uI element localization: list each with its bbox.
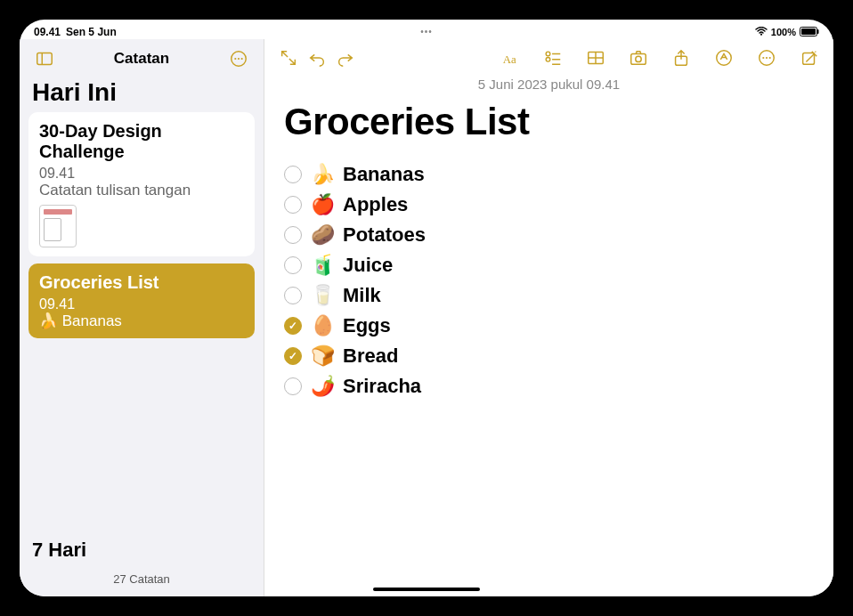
item-emoji: 🌶️ (311, 375, 334, 398)
checklist-icon[interactable] (541, 46, 565, 69)
item-text: Sriracha (343, 375, 421, 398)
compose-icon[interactable] (798, 46, 821, 69)
note-body[interactable]: Groceries List 🍌Bananas🍎Apples🥔Potatoes🧃… (264, 97, 833, 596)
section-today-title: Hari Ini (20, 77, 264, 112)
sidebar-app-title: Catatan (114, 50, 169, 68)
markup-icon[interactable] (712, 46, 735, 69)
svg-point-7 (234, 58, 236, 60)
check-circle-icon[interactable] (284, 226, 302, 244)
battery-pct: 100% (771, 27, 796, 37)
check-circle-icon[interactable] (284, 287, 302, 304)
note-thumbnail (39, 205, 77, 247)
camera-icon[interactable] (627, 46, 650, 69)
editor-toolbar: Aa (264, 39, 833, 75)
sidebar-toggle-icon[interactable] (32, 46, 57, 71)
item-text: Apples (343, 193, 408, 216)
status-time: 09.41 (34, 26, 61, 38)
check-circle-icon[interactable]: ✓ (284, 317, 302, 335)
svg-rect-2 (801, 28, 816, 35)
item-emoji: 🍞 (311, 344, 334, 368)
check-circle-icon[interactable] (284, 196, 302, 214)
item-text: Juice (343, 254, 393, 277)
section-7days-title: 7 Hari (20, 535, 264, 565)
svg-point-13 (546, 58, 550, 62)
check-list-item[interactable]: 🌶️Sriracha (284, 375, 814, 398)
svg-point-20 (636, 56, 641, 61)
check-circle-icon[interactable] (284, 377, 302, 395)
battery-icon (800, 27, 819, 38)
multitask-dots-icon[interactable]: ••• (420, 27, 433, 36)
note-card-title: 30-Day Design Challenge (39, 121, 244, 162)
item-emoji: 🍎 (311, 193, 334, 216)
svg-rect-3 (817, 29, 819, 34)
item-emoji: 🥚 (311, 314, 334, 337)
svg-point-8 (238, 58, 240, 60)
item-text: Eggs (343, 314, 391, 337)
check-list: 🍌Bananas🍎Apples🥔Potatoes🧃Juice🥛Milk✓🥚Egg… (284, 163, 814, 398)
status-date: Sen 5 Jun (66, 26, 117, 38)
note-title[interactable]: Groceries List (284, 101, 814, 143)
editor: Aa (264, 39, 833, 596)
item-emoji: 🥛 (311, 284, 334, 307)
check-circle-icon[interactable] (284, 256, 302, 274)
expand-icon[interactable] (277, 46, 300, 69)
svg-point-11 (546, 52, 550, 56)
note-card[interactable]: 30-Day Design Challenge09.41Catatan tuli… (28, 112, 255, 256)
text-format-icon[interactable]: Aa (499, 46, 522, 69)
check-list-item[interactable]: 🥛Milk (284, 284, 814, 307)
item-text: Milk (343, 284, 381, 307)
share-icon[interactable] (670, 46, 693, 69)
svg-point-0 (760, 34, 762, 36)
more-icon[interactable] (755, 46, 778, 69)
item-emoji: 🥔 (311, 223, 334, 247)
svg-point-26 (766, 57, 768, 59)
check-list-item[interactable]: 🍌Bananas (284, 163, 814, 186)
item-text: Potatoes (343, 223, 426, 247)
check-circle-icon[interactable] (284, 166, 302, 183)
sidebar-footer-count: 27 Catatan (20, 565, 264, 596)
note-card-preview: Catatan tulisan tangan (39, 182, 244, 199)
svg-point-9 (241, 58, 243, 60)
table-icon[interactable] (584, 46, 607, 69)
check-circle-icon[interactable]: ✓ (284, 347, 302, 365)
item-text: Bananas (343, 163, 425, 186)
home-indicator[interactable] (373, 588, 480, 591)
check-list-item[interactable]: 🥔Potatoes (284, 223, 814, 247)
sidebar: Catatan Hari Ini 30-Day Design Challenge… (20, 39, 264, 596)
svg-point-25 (762, 57, 764, 59)
note-date-line: 5 Juni 2023 pukul 09.41 (264, 75, 833, 97)
svg-rect-19 (631, 53, 646, 64)
undo-icon[interactable] (305, 46, 329, 69)
note-card-preview: 🍌 Bananas (39, 312, 244, 330)
note-card-time: 09.41 (39, 296, 75, 312)
item-emoji: 🍌 (311, 163, 334, 186)
svg-rect-4 (37, 53, 53, 65)
item-emoji: 🧃 (311, 254, 334, 277)
note-card[interactable]: Groceries List09.41🍌 Bananas (28, 263, 255, 339)
check-list-item[interactable]: 🧃Juice (284, 254, 814, 277)
svg-point-27 (769, 57, 771, 59)
check-list-item[interactable]: ✓🥚Eggs (284, 314, 814, 337)
redo-icon[interactable] (334, 46, 357, 69)
sidebar-more-icon[interactable] (226, 46, 251, 71)
wifi-icon (755, 27, 768, 37)
item-text: Bread (343, 344, 398, 368)
svg-text:Aa: Aa (503, 53, 516, 66)
check-list-item[interactable]: 🍎Apples (284, 193, 814, 216)
check-list-item[interactable]: ✓🍞Bread (284, 344, 814, 368)
note-card-title: Groceries List (39, 272, 244, 293)
note-card-time: 09.41 (39, 166, 75, 182)
note-list: 30-Day Design Challenge09.41Catatan tuli… (20, 112, 264, 535)
